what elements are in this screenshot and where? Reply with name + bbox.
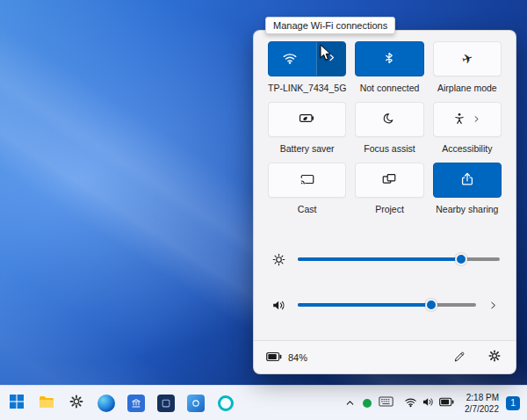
accessibility-tile-label: Accessibility [442,143,492,154]
footer-actions [451,347,503,367]
chevron-right-icon [472,113,481,127]
speaker-icon [422,395,435,411]
edge-browser-icon [97,395,115,412]
project-cell: Project [355,163,423,214]
notification-count-badge[interactable]: 1 [506,396,520,410]
clock-date: 2/7/2022 [465,403,499,415]
airplane-tile-label: Airplane mode [437,83,497,93]
volume-slider[interactable] [298,303,476,307]
tray-status-icon[interactable] [363,399,372,408]
cast-tile-label: Cast [298,204,317,214]
project-icon [381,171,397,190]
battery-status-button[interactable]: 84% [266,351,307,364]
focus-assist-cell: Focus assist [355,102,423,154]
nearby-sharing-tile-label: Nearby sharing [436,204,498,214]
quick-settings-tile-grid: TP-LINK_7434_5G Not connected ✈ Airplane… [268,41,502,223]
bluetooth-cell: Not connected [355,41,423,93]
battery-saver-cell: Battery saver [268,102,346,154]
settings-button[interactable] [486,347,503,367]
app-icon-blue [187,395,205,412]
nearby-sharing-tile[interactable] [433,163,502,198]
system-tray: 2:18 PM 2/7/2022 1 [344,392,527,415]
brightness-slider-fill [298,257,461,261]
cast-tile[interactable] [268,163,346,198]
cast-icon [300,171,315,190]
taskbar-app-4[interactable] [213,390,239,416]
taskbar-settings[interactable] [63,390,90,416]
tooltip-text: Manage Wi-Fi connections [273,20,387,31]
taskbar-apps [0,390,239,416]
battery-percent-label: 84% [288,352,307,363]
keyboard-icon [379,396,393,409]
folder-icon [38,394,55,412]
taskbar: 2:18 PM 2/7/2022 1 [0,385,527,420]
quick-settings-footer: 84% [254,340,516,373]
airplane-cell: ✈ Airplane mode [433,41,502,93]
app-icon-teal-ring [218,395,234,411]
wifi-tile [268,41,346,76]
volume-slider-thumb[interactable] [425,299,437,311]
touch-keyboard-button[interactable] [379,396,393,409]
brightness-slider[interactable] [298,257,500,261]
battery-icon [266,351,282,364]
wifi-tile-label: TP-LINK_7434_5G [268,83,346,93]
accessibility-tile[interactable] [433,102,502,137]
project-tile-label: Project [375,204,404,214]
focus-assist-tile[interactable] [355,102,423,137]
bluetooth-tile-label: Not connected [360,83,420,93]
green-status-dot-icon [363,399,372,408]
taskbar-file-explorer[interactable] [33,390,60,416]
battery-icon [439,396,454,409]
tooltip: Manage Wi-Fi connections [265,17,395,34]
battery-saver-icon [299,110,315,129]
battery-saver-tile-label: Battery saver [280,143,335,154]
brightness-slider-thumb[interactable] [455,253,467,265]
quick-settings-tray-button[interactable] [401,393,458,414]
volume-slider-fill [298,303,431,307]
cast-cell: Cast [268,163,346,214]
wifi-cell: TP-LINK_7434_5G [268,41,346,93]
airplane-mode-tile[interactable]: ✈ [433,41,502,76]
bluetooth-icon [382,51,396,68]
gear-icon [69,394,84,412]
accessibility-cell: Accessibility [433,102,502,154]
audio-output-chevron-button[interactable] [487,300,500,311]
battery-saver-tile[interactable] [268,102,346,137]
app-icon-columns [127,395,145,412]
taskbar-app-3[interactable] [183,390,209,416]
mouse-cursor [320,44,332,65]
taskbar-edge[interactable] [93,390,119,416]
app-icon-navy [157,395,175,412]
windows-logo-icon [9,394,25,412]
wifi-icon [282,50,298,69]
volume-row [270,292,500,318]
nearby-sharing-cell: Nearby sharing [433,163,502,214]
brightness-sun-icon [270,252,287,267]
hidden-icons-chevron[interactable] [344,397,356,409]
airplane-icon: ✈ [459,49,475,68]
clock-time: 2:18 PM [465,392,499,403]
accessibility-person-icon [452,112,466,128]
speaker-icon [270,298,287,313]
bluetooth-tile[interactable] [355,41,423,76]
pencil-icon [453,350,466,366]
share-arrow-icon [459,171,475,190]
brightness-row [270,246,500,272]
wifi-toggle-button[interactable] [269,42,311,76]
taskbar-app-2[interactable] [153,390,179,416]
start-button[interactable] [4,390,30,416]
edit-quick-settings-button[interactable] [451,348,468,367]
wifi-icon [404,395,417,411]
project-tile[interactable] [355,163,423,198]
gear-icon [487,349,502,366]
quick-settings-panel: TP-LINK_7434_5G Not connected ✈ Airplane… [253,30,516,374]
crescent-moon-icon [382,112,396,128]
taskbar-app-1[interactable] [123,390,149,416]
clock-date-button[interactable]: 2:18 PM 2/7/2022 [465,392,499,415]
screen: TP-LINK_7434_5G Not connected ✈ Airplane… [0,0,527,420]
focus-assist-tile-label: Focus assist [364,143,415,154]
